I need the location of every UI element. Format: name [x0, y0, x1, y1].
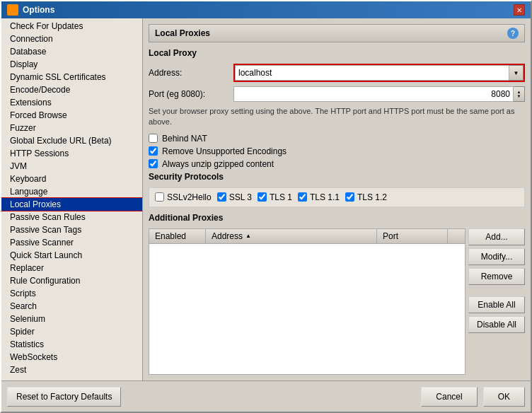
address-combo: ▼ [233, 64, 525, 82]
sidebar-item-http-sessions[interactable]: HTTP Sessions [1, 147, 142, 160]
window-title-area: Options [7, 4, 54, 16]
proxy-table-wrap: Enabled Address ▲ Port [149, 228, 525, 375]
sidebar-item-check-for-updates[interactable]: Check For Updates [1, 20, 142, 33]
tls12-checkbox[interactable] [345, 192, 354, 202]
sidebar-item-passive-scan-tags[interactable]: Passive Scan Tags [1, 223, 142, 236]
disable-all-button[interactable]: Disable All [468, 316, 525, 333]
add-proxy-button[interactable]: Add... [468, 228, 525, 245]
help-button[interactable]: ? [507, 28, 519, 39]
ssl3-label: SSL 3 [229, 192, 252, 202]
remove-proxy-button[interactable]: Remove [468, 268, 525, 285]
sidebar-item-keyboard[interactable]: Keyboard [1, 173, 142, 185]
additional-proxies-section: Additional Proxies Enabled Address ▲ [149, 213, 525, 375]
th-address-label: Address [212, 231, 243, 241]
sidebar-item-display[interactable]: Display [1, 58, 142, 71]
bottom-right-buttons: Cancel OK [421, 387, 525, 407]
sidebar-item-zest[interactable]: Zest [1, 363, 142, 376]
sidebar-item-local-proxies[interactable]: Local Proxies [1, 198, 142, 211]
protocol-sslv2hello: SSLv2Hello [155, 192, 212, 202]
th-enabled-label: Enabled [155, 231, 186, 241]
security-protocols-row: SSLv2Hello SSL 3 TLS 1 TLS 1.1 [149, 187, 525, 207]
sslv2hello-label: SSLv2Hello [167, 192, 212, 202]
bottom-bar: Reset to Factory Defaults Cancel OK [1, 380, 531, 412]
sidebar-item-language[interactable]: Language [1, 185, 142, 198]
main-content: Check For Updates Connection Database Di… [1, 18, 531, 380]
panel-header: Local Proxies ? [149, 24, 525, 42]
sidebar-item-replacer[interactable]: Replacer [1, 262, 142, 274]
behind-nat-label: Behind NAT [162, 134, 207, 144]
sidebar-item-connection[interactable]: Connection [1, 33, 142, 45]
sidebar-item-quick-start[interactable]: Quick Start Launch [1, 249, 142, 262]
remove-encodings-label: Remove Unsupported Encodings [162, 146, 287, 156]
behind-nat-checkbox[interactable] [149, 134, 158, 143]
sidebar-item-rule-config[interactable]: Rule Configuration [1, 274, 142, 287]
ssl3-checkbox[interactable] [217, 192, 226, 202]
protocol-tls11: TLS 1.1 [298, 192, 340, 202]
tls1-checkbox[interactable] [258, 192, 267, 202]
ok-button[interactable]: OK [483, 387, 525, 407]
port-label: Port (eg 8080): [149, 89, 233, 99]
port-row: Port (eg 8080): ▲ ▼ [149, 86, 525, 102]
sidebar-item-search[interactable]: Search [1, 300, 142, 313]
sidebar-item-passive-scan-rules[interactable]: Passive Scan Rules [1, 211, 142, 223]
sidebar-item-forced-browse[interactable]: Forced Browse [1, 109, 142, 122]
tls1-label: TLS 1 [270, 192, 292, 202]
remove-encodings-row: Remove Unsupported Encodings [149, 146, 525, 156]
sidebar-item-encode-decode[interactable]: Encode/Decode [1, 83, 142, 96]
behind-nat-row: Behind NAT [149, 134, 525, 144]
tls11-label: TLS 1.1 [310, 192, 340, 202]
port-input-wrap: ▲ ▼ [233, 86, 525, 102]
sidebar-item-dynamic-ssl[interactable]: Dynamic SSL Certificates [1, 71, 142, 83]
sidebar-item-jvm[interactable]: JVM [1, 160, 142, 173]
sidebar-item-passive-scanner[interactable]: Passive Scanner [1, 236, 142, 249]
modify-proxy-button[interactable]: Modify... [468, 248, 525, 265]
sidebar-item-selenium[interactable]: Selenium [1, 313, 142, 325]
always-unzip-label: Always unzip gzipped content [162, 159, 274, 169]
protocol-ssl3: SSL 3 [217, 192, 252, 202]
protocol-tls1: TLS 1 [258, 192, 292, 202]
port-spinner[interactable]: ▲ ▼ [514, 86, 525, 102]
proxy-action-buttons: Add... Modify... Remove Enable All Disab… [468, 228, 525, 375]
options-window: Options ✕ Check For Updates Connection D… [0, 0, 532, 413]
always-unzip-row: Always unzip gzipped content [149, 159, 525, 169]
sslv2hello-checkbox[interactable] [155, 192, 164, 202]
th-scroll-placeholder [448, 229, 465, 243]
tls12-label: TLS 1.2 [357, 192, 387, 202]
sidebar-item-global-exclude[interactable]: Global Exclude URL (Beta) [1, 134, 142, 147]
security-title: Security Protocols [149, 172, 525, 182]
th-enabled: Enabled [149, 229, 206, 243]
sidebar: Check For Updates Connection Database Di… [1, 18, 143, 380]
th-port: Port [377, 229, 448, 243]
sidebar-item-statistics[interactable]: Statistics [1, 338, 142, 351]
address-input[interactable] [235, 65, 509, 81]
sidebar-item-database[interactable]: Database [1, 45, 142, 58]
sidebar-item-fuzzer[interactable]: Fuzzer [1, 122, 142, 134]
sidebar-item-scripts[interactable]: Scripts [1, 287, 142, 300]
proxy-table: Enabled Address ▲ Port [149, 228, 466, 375]
address-row: Address: ▼ [149, 64, 525, 82]
proxy-hint: Set your browser proxy setting using the… [149, 106, 525, 128]
close-button[interactable]: ✕ [514, 4, 525, 16]
cancel-button[interactable]: Cancel [421, 387, 477, 407]
sidebar-item-extensions[interactable]: Extensions [1, 96, 142, 109]
port-input[interactable] [233, 86, 514, 102]
address-dropdown-btn[interactable]: ▼ [509, 65, 524, 81]
titlebar: Options ✕ [1, 1, 531, 18]
enable-all-button[interactable]: Enable All [468, 296, 525, 313]
reset-defaults-button[interactable]: Reset to Factory Defaults [7, 387, 121, 407]
proxy-table-body [149, 244, 465, 308]
sidebar-item-spider[interactable]: Spider [1, 325, 142, 338]
always-unzip-checkbox[interactable] [149, 159, 158, 168]
additional-proxies-title: Additional Proxies [149, 213, 525, 223]
remove-encodings-checkbox[interactable] [149, 146, 158, 156]
app-icon [7, 4, 18, 16]
window-title: Options [23, 5, 54, 15]
local-proxy-title: Local Proxy [149, 48, 525, 58]
sort-icon: ▲ [245, 233, 251, 239]
table-header: Enabled Address ▲ Port [149, 229, 465, 244]
address-label: Address: [149, 68, 233, 78]
th-address[interactable]: Address ▲ [206, 229, 377, 243]
tls11-checkbox[interactable] [298, 192, 307, 202]
sidebar-item-websockets[interactable]: WebSockets [1, 351, 142, 363]
protocol-tls12: TLS 1.2 [345, 192, 387, 202]
